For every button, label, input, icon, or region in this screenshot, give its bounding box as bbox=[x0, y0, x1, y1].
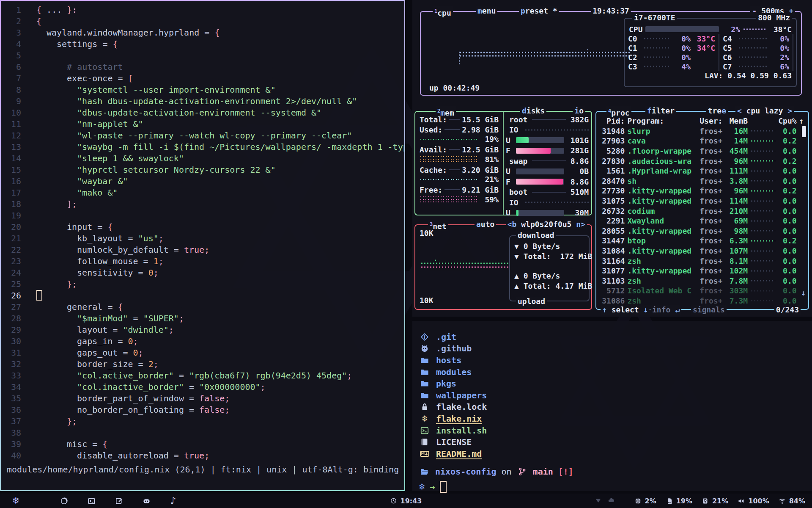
process-row[interactable]: 5280.floorp-wrappefros+454M0.0 bbox=[596, 146, 808, 156]
process-row[interactable]: 1561.Hyprland-wrapfros+111M0.0 bbox=[596, 166, 808, 176]
code-line[interactable]: 9"hash dbus-update-activation-environmen… bbox=[1, 96, 404, 107]
music-icon[interactable]: ♪ bbox=[170, 496, 176, 505]
process-row[interactable]: 31164zshfros+8.1M0.0 bbox=[596, 256, 808, 266]
code-line[interactable]: 34"col.inactive_border" = "0x00000000"; bbox=[1, 381, 404, 393]
process-row[interactable]: 26732codiumfros+210M0.0 bbox=[596, 206, 808, 216]
folder-icon bbox=[419, 379, 430, 388]
discord-icon[interactable] bbox=[143, 497, 151, 505]
process-row[interactable]: 27730.kitty-wrappedfros+96M0.2 bbox=[596, 186, 808, 196]
code-text: "col.inactive_border" = "0x00000000"; bbox=[29, 381, 266, 393]
process-row[interactable]: 31075.kitty-wrappedfros+114M0.0 bbox=[596, 196, 808, 206]
process-row[interactable]: 31086zshfros+7.3M0.0 bbox=[596, 296, 808, 306]
waybar-clock[interactable]: 19:43 bbox=[390, 497, 422, 505]
code-line[interactable]: 14"sleep 1 && swaylock" bbox=[1, 153, 404, 164]
proc-signals-hint[interactable]: signals bbox=[691, 305, 727, 315]
proc-info-hint[interactable]: info ↵ bbox=[650, 305, 681, 315]
code-line[interactable]: 7exec-once = [ bbox=[1, 73, 404, 84]
process-row[interactable]: 2291Xwaylandfros+69M0.0 bbox=[596, 216, 808, 226]
code-line[interactable]: 33"col.active_border" = "rgb(cba6f7) rgb… bbox=[1, 370, 404, 381]
process-row[interactable]: 5712Isolated Web Cfros+303M0.0 bbox=[596, 286, 808, 296]
proc-filter-button[interactable]: filter bbox=[645, 106, 676, 116]
code-line[interactable]: 40disable_autoreload = true; bbox=[1, 450, 404, 461]
proc-sort-selector[interactable]: < cpu lazy > bbox=[735, 106, 794, 116]
firefox-icon[interactable] bbox=[60, 497, 68, 505]
code-line[interactable]: 39misc = { bbox=[1, 439, 404, 450]
code-line[interactable]: 10"dbus-update-activation-environment --… bbox=[1, 107, 404, 119]
proc-box-title[interactable]: 4proc bbox=[606, 106, 631, 118]
code-line[interactable]: 29layout = "dwindle"; bbox=[1, 324, 404, 336]
net-interface-selector[interactable]: <b wlp0s20f0u5 n> bbox=[506, 220, 587, 229]
code-line[interactable]: 8"systemctl --user import-environment &" bbox=[1, 84, 404, 96]
proc-tree-toggle[interactable]: tree bbox=[706, 106, 728, 116]
line-number: 28 bbox=[1, 313, 29, 324]
nixos-menu-icon[interactable]: ❄ bbox=[12, 496, 19, 505]
code-line[interactable]: 20input = { bbox=[1, 221, 404, 233]
notes-icon[interactable] bbox=[115, 497, 123, 505]
wifi-tray-icon[interactable] bbox=[595, 497, 602, 505]
menu-button[interactable]: menu bbox=[476, 6, 497, 16]
code-line[interactable]: 13"swaybg -m fill -i $(find ~/Pictures/w… bbox=[1, 141, 404, 153]
proc-scrollbar-thumb[interactable] bbox=[802, 126, 806, 137]
terminal-icon[interactable] bbox=[88, 497, 96, 505]
code-area[interactable]: 1{ ... }:2{3wayland.windowManager.hyprla… bbox=[1, 4, 404, 461]
process-row[interactable]: 31084.kitty-wrappedfros+107M0.0 bbox=[596, 246, 808, 256]
code-line[interactable]: 3wayland.windowManager.hyprland = { bbox=[1, 27, 404, 39]
ram-icon bbox=[666, 497, 673, 505]
disk-name: root bbox=[506, 115, 527, 124]
process-row[interactable]: 28055.kitty-wrappedfros+98M0.0 bbox=[596, 226, 808, 236]
ram-module[interactable]: 19% bbox=[666, 497, 692, 505]
net-auto-toggle[interactable]: auto bbox=[475, 220, 496, 229]
disk-module[interactable]: 21% bbox=[702, 497, 728, 505]
code-line[interactable]: 25}; bbox=[1, 279, 404, 290]
code-line[interactable]: 28"$mainMod" = "SUPER"; bbox=[1, 313, 404, 324]
code-line[interactable]: 24sensitivity = 0; bbox=[1, 267, 404, 279]
cloud-tray-icon[interactable] bbox=[608, 497, 615, 505]
code-line[interactable]: 30gaps_in = 0; bbox=[1, 336, 404, 347]
code-line[interactable]: 36no_border_on_floating = false; bbox=[1, 404, 404, 416]
process-row[interactable]: 31447btopfros+6.3M0.2 bbox=[596, 236, 808, 246]
sort-direction-icon[interactable]: ↑ bbox=[799, 116, 805, 125]
code-line[interactable]: 23follow_mouse = 1; bbox=[1, 256, 404, 267]
code-line[interactable]: 19 bbox=[1, 210, 404, 221]
line-number: 27 bbox=[1, 301, 29, 313]
code-line[interactable]: 27general = { bbox=[1, 301, 404, 313]
code-line[interactable]: 4settings = { bbox=[1, 39, 404, 50]
code-line[interactable]: 12"wl-paste --primary --watch wl-copy --… bbox=[1, 130, 404, 141]
code-line[interactable]: 18]; bbox=[1, 199, 404, 210]
code-line[interactable]: 6# autostart bbox=[1, 61, 404, 73]
scroll-down-icon[interactable]: ↓ bbox=[801, 288, 806, 297]
code-line[interactable]: 16"waybar &" bbox=[1, 176, 404, 187]
cpu-module[interactable]: 2% bbox=[634, 497, 656, 505]
code-line[interactable]: 5 bbox=[1, 50, 404, 61]
wifi-module[interactable]: 84% bbox=[779, 497, 805, 505]
process-row[interactable]: 31077.kitty-wrappedfros+102M0.0 bbox=[596, 266, 808, 276]
code-line[interactable]: 26 bbox=[1, 290, 404, 301]
code-line[interactable]: 15"hyprctl setcursor Nordzy-cursors 22 &… bbox=[1, 164, 404, 176]
code-text: "dbus-update-activation-environment --sy… bbox=[29, 107, 321, 119]
process-row[interactable]: 31103zshfros+7.8M0.0 bbox=[596, 276, 808, 286]
proc-select-hint[interactable]: ↑ select ↓ bbox=[601, 305, 650, 315]
code-line[interactable]: 21kb_layout = "us"; bbox=[1, 233, 404, 244]
volume-module[interactable]: 100% bbox=[738, 497, 769, 505]
line-number: 9 bbox=[1, 96, 29, 107]
line-number: 30 bbox=[1, 336, 29, 347]
code-line[interactable]: 1{ ... }: bbox=[1, 4, 404, 16]
code-line[interactable]: 35border_part_of_window = false; bbox=[1, 393, 404, 404]
code-line[interactable]: 11"nm-applet &" bbox=[1, 119, 404, 130]
process-row[interactable]: 31948slurpfros+16M0.0 bbox=[596, 126, 808, 136]
code-line[interactable]: 22numlock_by_default = true; bbox=[1, 244, 404, 256]
prompt-input-line[interactable]: ❄ → bbox=[412, 481, 812, 493]
code-line[interactable]: 17"mako &" bbox=[1, 187, 404, 199]
process-row[interactable]: 27903cavafros+14M0.2 bbox=[596, 136, 808, 146]
process-row[interactable]: 27830.audacious-wrafros+96M0.2 bbox=[596, 156, 808, 166]
code-line[interactable]: 32border_size = 2; bbox=[1, 359, 404, 370]
process-cpu-meter bbox=[750, 299, 775, 302]
process-cpu: 0.0 bbox=[778, 257, 796, 265]
code-line[interactable]: 2{ bbox=[1, 16, 404, 27]
code-line[interactable]: 37}; bbox=[1, 416, 404, 427]
code-line[interactable]: 38 bbox=[1, 427, 404, 439]
process-row[interactable]: 28470shfros+3.8M0.0 bbox=[596, 176, 808, 186]
code-line[interactable]: 31gaps_out = 0; bbox=[1, 347, 404, 359]
cpu-box-title[interactable]: 1cpu bbox=[433, 6, 453, 18]
preset-button[interactable]: preset * bbox=[519, 6, 559, 16]
